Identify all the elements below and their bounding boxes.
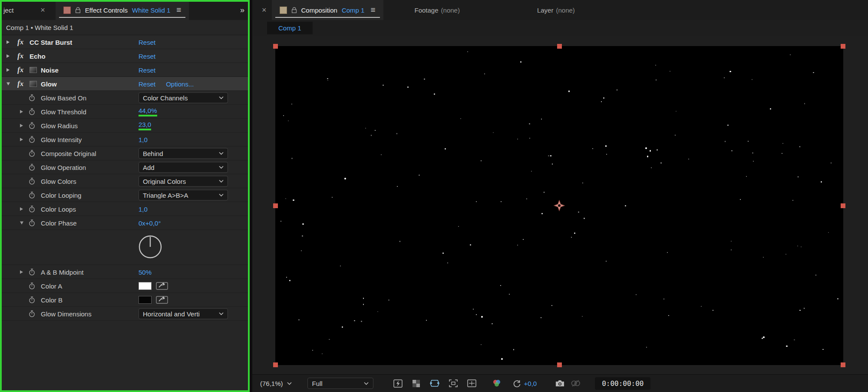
transparency-grid-icon[interactable]: [412, 379, 420, 388]
comp-viewer-tab[interactable]: Comp 1: [267, 22, 313, 34]
chevron-right-icon[interactable]: [20, 138, 23, 141]
glow-colors-dropdown[interactable]: Original Colors: [139, 176, 228, 186]
close-icon[interactable]: ×: [40, 6, 45, 14]
selection-handle[interactable]: [273, 362, 278, 367]
stopwatch-icon[interactable]: [29, 191, 35, 199]
chevron-right-icon[interactable]: [7, 68, 10, 72]
magnification-dropdown[interactable]: (76,1%): [260, 380, 292, 387]
effect-row-echo[interactable]: fx Echo Reset: [0, 49, 250, 63]
selection-handle[interactable]: [841, 44, 845, 49]
close-icon[interactable]: ×: [262, 6, 267, 14]
glow-intensity-value[interactable]: 1,0: [139, 136, 148, 143]
color-a-swatch[interactable]: [139, 282, 152, 290]
snapshot-camera-icon[interactable]: [555, 379, 565, 387]
color-looping-dropdown[interactable]: Triangle A>B>A: [139, 189, 228, 200]
star: [688, 159, 689, 159]
stopwatch-icon[interactable]: [29, 149, 35, 157]
resolution-dropdown[interactable]: Full: [307, 378, 373, 389]
reset-exposure-icon[interactable]: [513, 379, 521, 388]
color-b-swatch[interactable]: [139, 296, 152, 304]
tab-effect-controls[interactable]: Effect Controls White Solid 1 ≡: [56, 0, 189, 20]
stopwatch-icon[interactable]: [29, 268, 35, 276]
reset-link[interactable]: Reset: [139, 38, 155, 46]
stopwatch-icon[interactable]: [29, 122, 35, 129]
chevron-down-icon[interactable]: [7, 82, 10, 85]
show-snapshot-icon[interactable]: [571, 379, 580, 387]
stopwatch-icon[interactable]: [29, 219, 35, 226]
tab-layer[interactable]: Layer(none): [537, 7, 575, 14]
stopwatch-icon[interactable]: [29, 310, 35, 317]
reset-link[interactable]: Reset: [139, 52, 155, 60]
panel-menu-icon[interactable]: ≡: [176, 5, 181, 15]
stopwatch-icon[interactable]: [29, 163, 35, 171]
stopwatch-icon[interactable]: [29, 205, 35, 213]
chevron-right-icon[interactable]: [20, 110, 23, 113]
star: [786, 345, 788, 347]
eyedropper-icon[interactable]: [156, 282, 168, 290]
panel-menu-icon[interactable]: ≡: [370, 5, 375, 15]
selection-handle[interactable]: [841, 203, 845, 208]
ab-midpoint-value[interactable]: 50%: [139, 268, 152, 276]
glow-radius-value[interactable]: 23,0: [139, 121, 151, 130]
lock-icon[interactable]: [75, 7, 81, 13]
star: [283, 115, 284, 116]
glow-threshold-value[interactable]: 44,0%: [139, 107, 157, 116]
mask-visibility-icon[interactable]: [430, 379, 439, 387]
star: [752, 153, 753, 154]
star: [582, 183, 583, 183]
star: [831, 163, 832, 163]
exposure-value[interactable]: +0,0: [524, 380, 537, 387]
selection-handle[interactable]: [273, 44, 278, 49]
stopwatch-icon[interactable]: [29, 136, 35, 143]
star: [501, 201, 502, 203]
composition-viewport[interactable]: [252, 36, 868, 374]
color-loops-value[interactable]: 1,0: [139, 205, 148, 213]
chevron-down-icon[interactable]: [20, 221, 23, 224]
effect-row-cc-star-burst[interactable]: fx CC Star Burst Reset: [0, 35, 250, 49]
stopwatch-icon[interactable]: [29, 282, 35, 289]
chevron-right-icon[interactable]: [20, 207, 23, 211]
tab-overflow-icon[interactable]: »: [240, 6, 244, 15]
star: [293, 199, 294, 201]
property-label: Color Looping: [41, 191, 81, 199]
reset-link[interactable]: Reset: [139, 66, 155, 73]
timecode-display[interactable]: 0:00:00:00: [595, 377, 650, 390]
star: [445, 148, 446, 149]
star: [484, 73, 485, 75]
tab-composition[interactable]: Composition Comp 1 ≡: [272, 0, 383, 20]
glow-based-on-dropdown[interactable]: Color Channels: [139, 92, 228, 103]
composition-canvas[interactable]: [275, 46, 843, 365]
stopwatch-icon[interactable]: [29, 108, 35, 115]
selection-handle[interactable]: [841, 362, 845, 367]
stopwatch-icon[interactable]: [29, 94, 35, 101]
star: [301, 250, 302, 251]
selection-handle[interactable]: [273, 203, 278, 208]
project-tab-partial[interactable]: ject: [3, 7, 13, 14]
chevron-right-icon[interactable]: [7, 40, 10, 44]
reset-link[interactable]: Reset: [139, 80, 155, 87]
anchor-point-icon[interactable]: [553, 199, 565, 213]
tab-footage[interactable]: Footage(none): [415, 7, 460, 14]
chevron-right-icon[interactable]: [7, 54, 10, 58]
lock-icon[interactable]: [291, 7, 297, 13]
options-link[interactable]: Options...: [166, 80, 194, 87]
selection-handle[interactable]: [557, 44, 562, 49]
glow-dimensions-dropdown[interactable]: Horizontal and Verti: [139, 308, 228, 319]
grid-and-guides-icon[interactable]: [467, 379, 476, 387]
stopwatch-icon[interactable]: [29, 177, 35, 185]
star: [363, 298, 364, 299]
region-of-interest-icon[interactable]: [449, 379, 458, 387]
chevron-right-icon[interactable]: [20, 124, 23, 127]
stopwatch-icon[interactable]: [29, 296, 35, 303]
chevron-right-icon[interactable]: [20, 270, 23, 274]
angle-dial[interactable]: [138, 234, 163, 261]
effect-row-glow[interactable]: fx Glow Reset Options...: [0, 77, 250, 91]
fast-previews-icon[interactable]: [393, 379, 403, 388]
selection-handle[interactable]: [557, 362, 562, 367]
glow-operation-dropdown[interactable]: Add: [139, 162, 228, 173]
show-channels-icon[interactable]: [492, 379, 502, 388]
color-phase-value[interactable]: 0x+0,0°: [139, 219, 161, 226]
effect-row-noise[interactable]: fx Noise Reset: [0, 63, 250, 77]
composite-original-dropdown[interactable]: Behind: [139, 148, 228, 159]
eyedropper-icon[interactable]: [156, 296, 168, 304]
